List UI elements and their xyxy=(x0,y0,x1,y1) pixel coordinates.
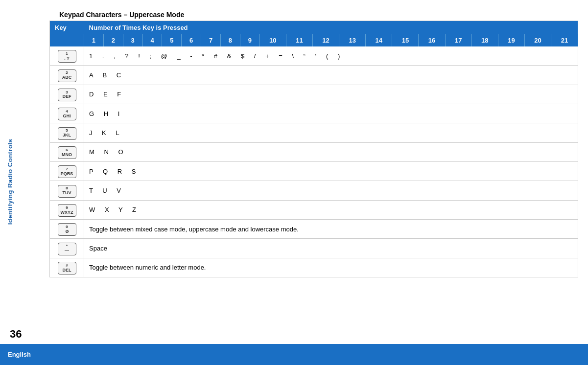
side-label-container: Identifying Radio Controls xyxy=(5,24,16,339)
footer-bar: English xyxy=(0,344,588,365)
page-container: Identifying Radio Controls Keypad Charac… xyxy=(0,0,588,365)
key-icon: #DEL xyxy=(58,262,76,274)
num-header-9: 9 xyxy=(240,34,259,46)
key-cell: 0⊘ xyxy=(50,220,84,239)
key-bottom: ABC xyxy=(62,75,72,80)
table-row: 4GHIG H I xyxy=(50,104,578,123)
key-icon: *— xyxy=(58,243,76,255)
num-header-20: 20 xyxy=(524,34,551,46)
description-cell: Toggle between numeric and letter mode. xyxy=(84,258,578,277)
description-cell: Toggle between mixed case mode, uppercas… xyxy=(84,220,578,239)
table-row: 8TUVT U V xyxy=(50,181,578,200)
num-header-12: 12 xyxy=(312,34,339,46)
key-cell: 6MNO xyxy=(50,142,84,161)
key-cell: 8TUV xyxy=(50,181,84,200)
num-header-5: 5 xyxy=(162,34,182,46)
key-column-header: Key xyxy=(50,21,84,35)
table-row: 2ABCA B C xyxy=(50,66,578,85)
language-label: English xyxy=(8,351,31,358)
table-row: 0⊘Toggle between mixed case mode, upperc… xyxy=(50,220,578,239)
description-cell: Space xyxy=(84,239,578,258)
key-cell: *— xyxy=(50,239,84,258)
key-bottom: DEL xyxy=(63,268,71,273)
key-cell: 3DEF xyxy=(50,85,84,104)
table-row: *—Space xyxy=(50,239,578,258)
num-header-17: 17 xyxy=(445,34,471,46)
key-bottom: MNO xyxy=(62,153,72,158)
key-icon: 7PQRS xyxy=(58,165,76,178)
table-header-numbers: 1 2 3 4 5 6 7 8 9 10 11 12 13 14 xyxy=(50,34,578,46)
num-header-3: 3 xyxy=(123,34,142,46)
page-number: 36 xyxy=(10,328,22,341)
key-icon: 5JKL xyxy=(58,127,76,140)
keypad-table: Key Number of Times Key is Pressed 1 2 3… xyxy=(49,21,578,277)
table-row: 1. ?1 . , ? ! ; @ _ - * # & $ / + = \ “ … xyxy=(50,46,578,66)
key-icon: 6MNO xyxy=(58,146,76,159)
key-bottom: DEF xyxy=(63,94,71,99)
left-section xyxy=(19,5,46,339)
chars-cell: P Q R S xyxy=(84,162,578,181)
chars-cell: 1 . , ? ! ; @ _ - * # & $ / + = \ “ ‘ ( … xyxy=(84,46,578,66)
num-header-7: 7 xyxy=(201,34,221,46)
key-bottom: PQRS xyxy=(61,172,73,177)
key-cell: 1. ? xyxy=(50,46,84,66)
table-row: 3DEFD E F xyxy=(50,85,578,104)
num-header-8: 8 xyxy=(221,34,240,46)
key-bottom: TUV xyxy=(63,191,71,196)
table-row: #DELToggle between numeric and letter mo… xyxy=(50,258,578,277)
num-header-19: 19 xyxy=(498,34,524,46)
num-header-2: 2 xyxy=(103,34,123,46)
table-row: 9WXYZW X Y Z xyxy=(50,200,578,219)
chars-cell: M N O xyxy=(84,142,578,161)
key-bottom: GHI xyxy=(63,114,71,119)
key-icon: 8TUV xyxy=(58,185,76,198)
chars-cell: D E F xyxy=(84,85,578,104)
table-row: 7PQRSP Q R S xyxy=(50,162,578,181)
chars-cell: A B C xyxy=(84,66,578,85)
num-header-21: 21 xyxy=(551,34,578,46)
num-header-10: 10 xyxy=(259,34,286,46)
num-header-18: 18 xyxy=(471,34,498,46)
key-icon: 1. ? xyxy=(58,50,76,63)
key-icon: 3DEF xyxy=(58,89,76,101)
key-cell: 9WXYZ xyxy=(50,200,84,219)
chars-cell: W X Y Z xyxy=(84,200,578,219)
table-row: 5JKLJ K L xyxy=(50,123,578,142)
num-header-1: 1 xyxy=(84,34,104,46)
key-icon: 0⊘ xyxy=(58,223,76,236)
num-header-11: 11 xyxy=(286,34,312,46)
key-icon: 4GHI xyxy=(58,108,76,120)
key-cell: 2ABC xyxy=(50,66,84,85)
num-header-key xyxy=(50,34,84,46)
key-bottom: — xyxy=(65,249,69,253)
num-header-14: 14 xyxy=(366,34,392,46)
num-header-13: 13 xyxy=(339,34,366,46)
key-bottom: ⊘ xyxy=(65,229,69,234)
num-header-6: 6 xyxy=(182,34,201,46)
main-content: Identifying Radio Controls Keypad Charac… xyxy=(0,0,588,344)
table-row: 6MNOM N O xyxy=(50,142,578,161)
key-icon: 2ABC xyxy=(58,69,76,82)
chars-cell: G H I xyxy=(84,104,578,123)
num-header-16: 16 xyxy=(419,34,445,46)
key-icon: 9WXYZ xyxy=(58,204,76,217)
key-cell: 7PQRS xyxy=(50,162,84,181)
key-cell: #DEL xyxy=(50,258,84,277)
key-cell: 4GHI xyxy=(50,104,84,123)
num-header-15: 15 xyxy=(392,34,419,46)
key-bottom: WXYZ xyxy=(61,210,73,215)
key-cell: 5JKL xyxy=(50,123,84,142)
chars-cell: J K L xyxy=(84,123,578,142)
table-header-main: Key Number of Times Key is Pressed xyxy=(50,21,578,35)
times-column-header: Number of Times Key is Pressed xyxy=(84,21,578,35)
key-bottom: JKL xyxy=(63,133,71,138)
num-header-4: 4 xyxy=(142,34,162,46)
page-title: Keypad Characters – Uppercase Mode xyxy=(59,11,184,19)
chars-cell: T U V xyxy=(84,181,578,200)
title-area: Keypad Characters – Uppercase Mode xyxy=(49,5,578,21)
key-bottom: . ? xyxy=(64,56,70,61)
side-label: Identifying Radio Controls xyxy=(7,139,14,225)
table-container: Keypad Characters – Uppercase Mode Key N… xyxy=(49,5,578,339)
